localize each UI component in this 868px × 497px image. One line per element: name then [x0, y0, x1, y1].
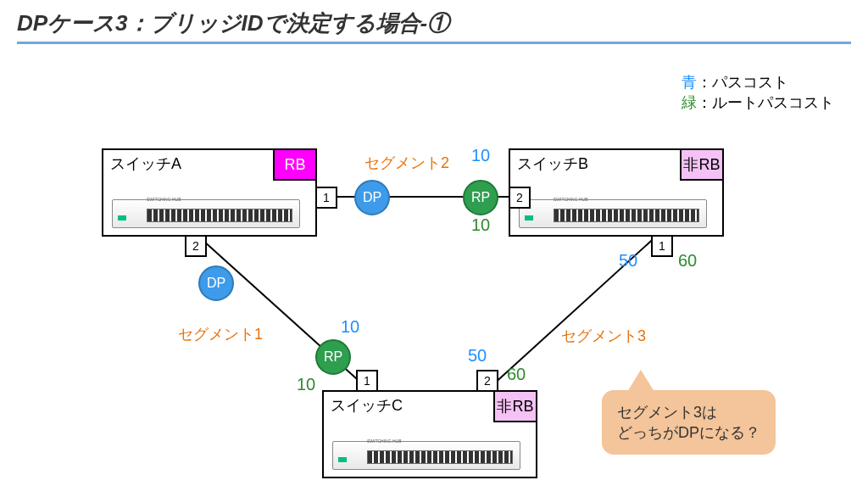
switch-b-port-1: 1	[651, 235, 673, 257]
switch-c-label: スイッチC	[331, 395, 403, 416]
switch-a-hub-icon: SWITCHING HUB	[112, 199, 300, 228]
seg2-path-cost: 10	[471, 146, 490, 165]
callout-line2: どっちがDPになる？	[617, 422, 760, 443]
switch-b-port-2: 2	[509, 187, 531, 209]
switch-c-hub-icon: SWITCHING HUB	[332, 441, 520, 470]
switch-c-port2-path-cost: 50	[468, 346, 487, 366]
segment-1-label: セグメント1	[178, 324, 263, 344]
seg2-dp-circle: DP	[354, 180, 390, 215]
page-title: DPケース3：ブリッジIDで決定する場合-①	[17, 8, 851, 44]
switch-b-box: スイッチB 非RB SWITCHING HUB	[509, 148, 724, 237]
switch-b-port1-path-cost: 50	[619, 251, 637, 271]
legend-green-label: 緑	[682, 94, 697, 111]
seg2-rp-circle: RP	[463, 180, 498, 215]
seg1-dp-circle: DP	[198, 265, 234, 301]
switch-c-port2-root-cost: 60	[507, 365, 526, 384]
switch-b-port1-root-cost: 60	[678, 251, 697, 271]
switch-c-root-path-cost-left: 10	[297, 375, 315, 394]
seg1-path-cost: 10	[341, 317, 359, 337]
hub-label: SWITCHING HUB	[147, 197, 181, 202]
switch-c-port-2: 2	[476, 370, 498, 392]
switch-c-port-1: 1	[356, 370, 378, 392]
segment-2-label: セグメント2	[364, 153, 449, 173]
hub-label: SWITCHING HUB	[367, 438, 402, 444]
legend: 青：パスコスト 緑：ルートパスコスト	[682, 72, 834, 113]
switch-a-role-badge: RB	[273, 148, 317, 181]
switch-b-role-badge: 非RB	[680, 148, 724, 181]
hub-label: SWITCHING HUB	[554, 197, 588, 202]
question-callout: セグメント3は どっちがDPになる？	[602, 390, 776, 455]
switch-c-box: スイッチC 非RB SWITCHING HUB	[322, 390, 537, 478]
segment-3-label: セグメント3	[561, 326, 646, 346]
switch-b-label: スイッチB	[517, 154, 588, 174]
switch-b-root-path-cost: 10	[471, 215, 490, 235]
switch-c-role-badge: 非RB	[493, 390, 537, 422]
switch-b-hub-icon: SWITCHING HUB	[519, 199, 707, 228]
callout-line1: セグメント3は	[617, 402, 760, 422]
switch-a-port-1: 1	[315, 187, 337, 209]
switch-a-port-2: 2	[185, 235, 207, 257]
seg1-rp-circle: RP	[315, 339, 351, 375]
switch-a-label: スイッチA	[110, 154, 181, 174]
legend-blue-desc: ：パスコスト	[697, 74, 788, 91]
legend-green-desc: ：ルートパスコスト	[697, 94, 834, 111]
switch-a-box: スイッチA RB SWITCHING HUB	[102, 148, 317, 237]
legend-blue-label: 青	[682, 74, 697, 91]
